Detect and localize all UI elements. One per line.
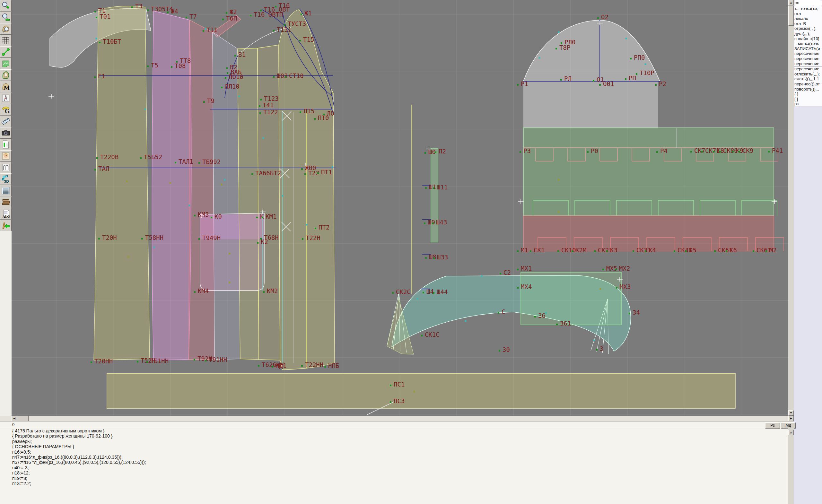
camera-button[interactable] (0, 127, 12, 139)
program-code-line: п40:=-3; (0, 465, 788, 470)
command-list-item[interactable]: дуга(,,,); (794, 31, 822, 36)
aux-point (229, 282, 231, 284)
pattern-point (630, 58, 632, 59)
portrait-button[interactable] (0, 150, 12, 162)
vertical-scroll-thumb[interactable] (788, 6, 794, 26)
command-list-item[interactable]: лекало (794, 16, 822, 21)
scroll-down-icon[interactable]: ▼ (788, 410, 794, 416)
pattern-point (597, 17, 599, 19)
svg-text:M: M (4, 85, 10, 91)
list-button[interactable] (0, 185, 12, 196)
scroll-right-icon[interactable]: ▶ (788, 416, 794, 421)
command-list-item[interactable]: ЗАПИСАТЬ(и (794, 46, 822, 51)
pattern-piece-button[interactable] (0, 69, 12, 81)
pattern-point (211, 217, 212, 218)
command-list-item[interactable]: { } (794, 91, 822, 97)
alg-document-button[interactable]: ALG (0, 208, 12, 219)
zoom-in-button[interactable] (0, 0, 12, 12)
pattern-drawing[interactable]: Т3Т305Т4Т1Т01Ж4Т7Т10БТТ11Ж2Т6ПТ16_ОВТПТ1… (12, 0, 788, 416)
command-list-item[interactable]: пересечение (794, 66, 822, 72)
scroll-left-icon[interactable]: ◀ (12, 416, 17, 421)
command-list-item[interactable]: сжать((),,,1.1 (794, 76, 822, 81)
command-list-item[interactable]: пересечение (794, 61, 822, 66)
pattern-point (433, 258, 435, 259)
command-list-item[interactable]: сплайн_к[10] (794, 36, 822, 41)
pattern-point-label: Т91НН (209, 356, 227, 363)
compass-w-button[interactable]: А (0, 92, 12, 104)
grid-button[interactable] (0, 35, 12, 46)
command-list-item[interactable]: отложить(,,,); (794, 72, 822, 77)
pattern-point (301, 365, 303, 367)
pattern-point-label: Ш1 (429, 183, 436, 190)
drawing-canvas[interactable]: Т3Т305Т4Т1Т01Ж4Т7Т10БТТ11Ж2Т6ПТ16_ОВТПТ1… (12, 0, 788, 416)
letter-g-icon: G (1, 105, 10, 114)
command-list-item[interactable]: рз_ (794, 101, 822, 107)
pattern-point-label: Ш8 (429, 253, 436, 261)
command-list-item[interactable]: перенос((),от (794, 81, 822, 87)
pattern-point (615, 269, 617, 270)
pattern-point (235, 55, 236, 56)
canvas-horizontal-scrollbar[interactable]: ◀ ▶ (0, 416, 794, 422)
pattern-point (324, 366, 326, 368)
pattern-point (194, 291, 195, 293)
pattern-point-label: РП0 (634, 54, 645, 61)
pattern-point (260, 99, 262, 100)
measure-line-icon (1, 47, 10, 56)
pattern-point (390, 385, 391, 386)
program-code-line: п47:=п16*л_фнк(рз_16,((80,0.3),(112,0.3)… (0, 455, 788, 460)
pattern-point-label: К2 (261, 238, 268, 245)
command-list-item[interactable]: поворот(())... (794, 87, 822, 92)
pattern-point (96, 17, 97, 18)
pattern-point (227, 72, 228, 74)
command-list-item[interactable]: :=метка(точк (794, 41, 822, 46)
scroll-up-icon[interactable]: ▲ (788, 0, 794, 5)
command-list-item[interactable]: отл_В (794, 21, 822, 26)
canvas-vertical-scrollbar[interactable]: ▲ ▼ (788, 0, 794, 416)
command-list-item[interactable]: отрезок( , ); (794, 26, 822, 31)
garment-sketch-button[interactable] (0, 162, 12, 173)
pattern-point (616, 287, 618, 289)
aux-point (221, 184, 223, 185)
pattern-point-label: КМ3 (198, 211, 209, 218)
program-text-editor[interactable]: { 4175 Пальто с декоративным воротником … (0, 428, 788, 504)
command-list-item[interactable]: пересечение (794, 56, 822, 61)
zoom-out-icon (1, 13, 10, 22)
editor-vertical-scrollbar[interactable]: ▲ (788, 428, 794, 504)
books-button[interactable] (0, 196, 12, 208)
pattern-point (656, 151, 658, 153)
pattern-point-label: К5 (689, 246, 697, 254)
status-zero-label: 0 (12, 422, 14, 427)
pattern-point (602, 269, 604, 270)
measure-line-button[interactable] (0, 46, 12, 58)
pattern-m-button[interactable]: M (0, 81, 12, 92)
pattern-point (556, 324, 558, 325)
editor-scroll-up-icon[interactable]: ▲ (788, 430, 794, 435)
zoom-out-button[interactable] (0, 12, 12, 23)
pattern-point-label: ЛЛ10 (225, 83, 240, 90)
pattern-point (315, 227, 316, 229)
aux-point (600, 288, 601, 290)
pattern-point-label: НПБ (328, 362, 339, 369)
three-d-button[interactable]: 3D (0, 173, 12, 185)
image-button[interactable] (0, 58, 12, 69)
command-list-item[interactable]: [ ] (794, 97, 822, 102)
report-table-button[interactable] (0, 139, 12, 150)
pattern-point (739, 151, 740, 152)
horizontal-scroll-thumb[interactable] (17, 416, 29, 421)
command-list-item[interactable]: пересечение (794, 51, 822, 56)
clean-broom-button[interactable] (0, 219, 12, 231)
command-list-item[interactable]: т.:=точка(т.х, (794, 6, 822, 11)
bottom-panel: ◀ ▶ 0 Рз Мд { 4175 Пальто с декоративным… (0, 416, 794, 504)
pattern-point-label: К3 (610, 246, 618, 254)
pattern-point (252, 173, 253, 175)
pattern-point-label: ТБ992 (202, 158, 221, 165)
pattern-point-label: Т9 (207, 97, 215, 104)
pattern-point-label: Р3 (523, 147, 531, 154)
pattern-point-label: К6 (730, 246, 737, 254)
ruler-button[interactable] (0, 115, 12, 127)
zoom-piece-button[interactable] (0, 23, 12, 35)
pattern-point (226, 67, 228, 69)
command-list-item[interactable]: отл (794, 11, 822, 16)
command-input[interactable]: := (794, 0, 822, 6)
letter-g-button[interactable]: G (0, 104, 12, 115)
